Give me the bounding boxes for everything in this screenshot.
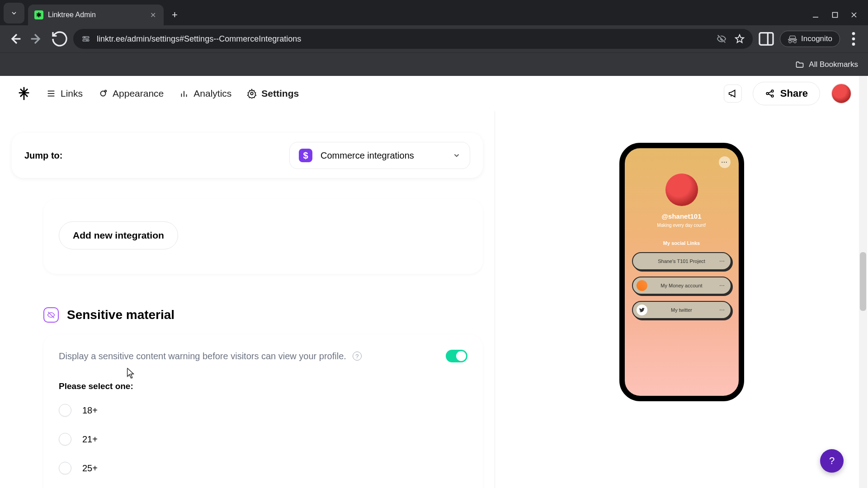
add-integration-button[interactable]: Add new integration <box>59 221 178 249</box>
radio-icon[interactable] <box>59 433 71 446</box>
all-bookmarks-button[interactable]: All Bookmarks <box>809 60 858 69</box>
svg-rect-7 <box>83 40 89 41</box>
radio-icon[interactable] <box>59 404 71 417</box>
svg-point-24 <box>251 92 254 95</box>
nav-links[interactable]: Links <box>46 88 83 99</box>
link-more-icon: ⋯ <box>719 307 725 313</box>
linktree-logo-icon[interactable] <box>16 86 32 101</box>
jump-to-bar: Jump to: $ Commerce integrations <box>12 133 483 178</box>
browser-tab[interactable]: ✱ Linktree Admin ✕ <box>28 5 164 25</box>
nav-forward-icon <box>28 30 46 48</box>
share-label: Share <box>780 88 808 99</box>
radio-option[interactable]: 18+ <box>59 404 467 417</box>
radio-label: 18+ <box>82 405 98 416</box>
sensitive-title: Sensitive material <box>67 308 175 322</box>
svg-point-13 <box>852 32 855 35</box>
preview-link: My twitter⋯ <box>632 301 731 319</box>
tab-title: Linktree Admin <box>48 11 144 19</box>
megaphone-icon <box>728 89 738 99</box>
bookmark-star-icon[interactable] <box>735 34 745 44</box>
preview-tagline: Making every day count! <box>625 223 739 228</box>
sensitive-toggle[interactable] <box>446 350 467 362</box>
link-thumb-icon <box>637 280 647 291</box>
nav-reload-icon[interactable] <box>51 30 69 48</box>
radio-icon[interactable] <box>59 462 71 474</box>
eye-off-icon[interactable] <box>717 34 726 44</box>
svg-line-29 <box>768 94 771 95</box>
sensitive-section-icon <box>43 307 59 323</box>
preview-link-label: My twitter <box>633 307 731 313</box>
chevron-down-icon <box>453 151 461 160</box>
svg-point-20 <box>105 90 107 92</box>
nav-appearance-label: Appearance <box>113 88 164 99</box>
preview-section: My social Links <box>625 240 739 246</box>
help-fab[interactable]: ? <box>820 449 844 473</box>
preview-link-label: My Money account <box>633 283 731 288</box>
site-settings-icon[interactable] <box>81 34 90 43</box>
incognito-chip[interactable]: Incognito <box>780 31 840 47</box>
radio-option[interactable]: 21+ <box>59 433 467 446</box>
jump-to-label: Jump to: <box>24 150 62 161</box>
linktree-favicon-icon: ✱ <box>34 10 43 19</box>
svg-point-15 <box>852 42 855 46</box>
chrome-menu-icon[interactable] <box>844 30 863 48</box>
window-minimize-icon[interactable] <box>812 12 819 19</box>
preview-link: Shane's T101 Project⋯ <box>632 252 731 270</box>
radio-label: 21+ <box>82 434 98 445</box>
svg-point-8 <box>85 37 85 38</box>
select-one-label: Please select one: <box>59 381 467 391</box>
preview-link-label: Shane's T101 Project <box>633 258 731 264</box>
announcements-button[interactable] <box>724 84 742 103</box>
gear-icon <box>247 89 257 99</box>
nav-back-icon[interactable] <box>5 30 24 48</box>
phone-preview: ⋯ @shanet101 Making every day count! My … <box>619 143 744 401</box>
svg-rect-11 <box>760 33 773 45</box>
nav-analytics-label: Analytics <box>193 88 231 99</box>
help-fab-glyph: ? <box>829 455 835 467</box>
nav-settings-label: Settings <box>261 88 299 99</box>
svg-rect-6 <box>83 37 89 38</box>
new-tab-button[interactable]: + <box>164 9 186 25</box>
svg-point-14 <box>852 38 855 41</box>
window-maximize-icon[interactable] <box>832 12 838 19</box>
incognito-icon <box>788 34 797 44</box>
url-text: linktr.ee/admin/settings#Settings--Comme… <box>97 34 301 44</box>
svg-rect-1 <box>833 13 838 18</box>
preview-link: My Money account⋯ <box>632 277 731 295</box>
preview-avatar <box>665 174 698 206</box>
jump-to-value: Commerce integrations <box>321 150 444 161</box>
radio-option[interactable]: 25+ <box>59 462 467 474</box>
tab-close-icon[interactable]: ✕ <box>148 11 157 19</box>
window-close-icon[interactable] <box>851 12 857 19</box>
dollar-icon: $ <box>299 149 312 162</box>
incognito-label: Incognito <box>801 34 832 43</box>
preview-handle: @shanet101 <box>625 212 739 220</box>
help-icon[interactable]: ? <box>353 352 362 361</box>
svg-point-9 <box>87 40 88 41</box>
share-button[interactable]: Share <box>753 82 820 105</box>
nav-analytics[interactable]: Analytics <box>179 88 231 99</box>
sparkle-icon <box>98 89 108 99</box>
list-icon <box>46 89 56 99</box>
nav-settings[interactable]: Settings <box>247 88 299 99</box>
chart-icon <box>179 89 189 99</box>
jump-to-select[interactable]: $ Commerce integrations <box>289 142 470 169</box>
sensitive-description: Display a sensitive content warning befo… <box>59 351 346 361</box>
svg-line-28 <box>768 91 771 93</box>
folder-icon <box>795 60 804 69</box>
profile-avatar[interactable] <box>831 83 852 104</box>
address-bar[interactable]: linktr.ee/admin/settings#Settings--Comme… <box>73 29 753 49</box>
link-more-icon: ⋯ <box>719 258 725 264</box>
tab-search-dropdown[interactable] <box>4 3 24 23</box>
radio-label: 25+ <box>82 463 98 474</box>
sensitive-card: Display a sensitive content warning befo… <box>43 334 483 488</box>
twitter-icon <box>637 305 647 315</box>
nav-links-label: Links <box>61 88 83 99</box>
side-panel-icon[interactable] <box>757 30 775 48</box>
link-more-icon: ⋯ <box>719 282 725 289</box>
integrations-card: Add new integration <box>43 199 483 274</box>
share-icon <box>765 89 775 99</box>
preview-more-icon[interactable]: ⋯ <box>719 156 731 168</box>
nav-appearance[interactable]: Appearance <box>98 88 164 99</box>
svg-marker-10 <box>736 35 744 42</box>
